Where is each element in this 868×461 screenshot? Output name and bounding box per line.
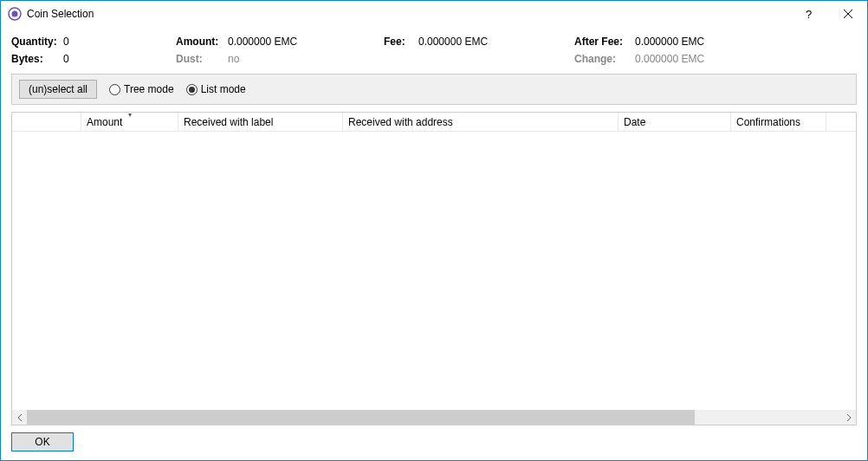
radio-icon [109, 84, 120, 95]
quantity-label: Quantity: [11, 36, 63, 48]
amount-value: 0.000000 EMC [228, 36, 384, 48]
col-received-label-text: Received with label [184, 116, 273, 128]
toolbar: (un)select all Tree mode List mode [11, 74, 857, 105]
list-mode-label: List mode [201, 83, 246, 95]
bytes-value: 0 [63, 53, 176, 65]
fee-value: 0.000000 EMC [418, 36, 574, 48]
after-fee-value: 0.000000 EMC [635, 36, 756, 48]
col-confirmations[interactable]: Confirmations [731, 113, 826, 131]
tree-mode-radio[interactable]: Tree mode [109, 83, 174, 95]
app-icon [8, 7, 22, 21]
app-window: Coin Selection ? Quantity: 0 Amount: 0.0… [0, 0, 868, 461]
change-value: 0.000000 EMC [635, 53, 756, 65]
help-button[interactable]: ? [789, 1, 828, 27]
ok-button[interactable]: OK [11, 432, 74, 451]
list-mode-radio[interactable]: List mode [186, 83, 246, 95]
help-icon: ? [806, 8, 812, 21]
table-header-row: Amount ▾ Received with label Received wi… [12, 113, 856, 132]
scroll-right-arrow-icon[interactable] [841, 410, 856, 425]
bytes-label: Bytes: [11, 53, 63, 65]
scrollbar-thumb[interactable] [27, 410, 695, 425]
footer: OK [11, 432, 857, 451]
dust-label: Dust: [176, 53, 228, 65]
col-received-label[interactable]: Received with label [178, 113, 343, 131]
coin-table: Amount ▾ Received with label Received wi… [11, 112, 857, 425]
dust-value: no [228, 53, 384, 65]
close-button[interactable] [828, 1, 867, 27]
col-date-text: Date [624, 116, 645, 128]
col-checkbox[interactable] [12, 113, 81, 131]
unselect-all-button[interactable]: (un)select all [19, 80, 97, 99]
horizontal-scrollbar[interactable] [12, 410, 856, 425]
amount-label: Amount: [176, 36, 228, 48]
col-received-address[interactable]: Received with address [343, 113, 619, 131]
scroll-left-arrow-icon[interactable] [12, 410, 27, 425]
tree-mode-label: Tree mode [124, 83, 174, 95]
col-amount-label: Amount [87, 116, 122, 128]
col-amount[interactable]: Amount ▾ [81, 113, 178, 131]
change-label: Change: [574, 53, 635, 65]
window-title: Coin Selection [27, 8, 789, 20]
radio-icon [186, 84, 198, 95]
content-area: Quantity: 0 Amount: 0.000000 EMC Fee: 0.… [1, 27, 867, 460]
summary-panel: Quantity: 0 Amount: 0.000000 EMC Fee: 0.… [11, 36, 857, 65]
quantity-value: 0 [63, 36, 176, 48]
col-date[interactable]: Date [619, 113, 731, 131]
scrollbar-track[interactable] [27, 410, 841, 425]
svg-point-1 [12, 11, 18, 17]
col-padding [826, 113, 856, 131]
table-body[interactable] [12, 132, 856, 410]
close-icon [844, 8, 852, 21]
col-received-address-text: Received with address [348, 116, 453, 128]
col-confirmations-text: Confirmations [736, 116, 800, 128]
fee-label: Fee: [384, 36, 418, 48]
titlebar: Coin Selection ? [1, 1, 867, 27]
after-fee-label: After Fee: [574, 36, 635, 48]
chevron-down-icon: ▾ [128, 111, 132, 119]
